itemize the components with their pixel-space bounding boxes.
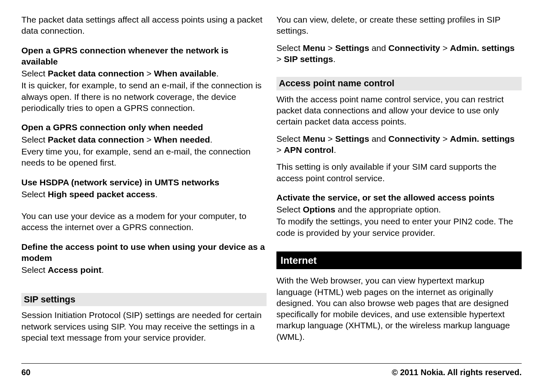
breadcrumb-sep: > xyxy=(144,69,154,78)
internet-body: With the Web browser, you can view hyper… xyxy=(276,275,522,342)
select-item: Packet data connection xyxy=(48,69,144,78)
select-end: . xyxy=(334,145,336,154)
section3-select: Select High speed packet access. xyxy=(21,189,267,200)
and-sep: and xyxy=(369,43,389,53)
apn-heading: Access point name control xyxy=(276,77,522,90)
select-end: . xyxy=(216,69,219,78)
section2-body: Every time you, for example, send an e-m… xyxy=(21,146,267,168)
section2-select: Select Packet data connection > When nee… xyxy=(21,134,267,145)
select-item: Access point xyxy=(48,265,101,274)
select-item: When available xyxy=(154,69,216,78)
and-sep: and xyxy=(369,134,389,143)
sip-select: Select Menu > Settings and Connectivity … xyxy=(276,42,522,65)
breadcrumb-sep: > xyxy=(144,135,154,144)
section1-body: It is quicker, for example, to send an e… xyxy=(21,80,267,113)
select-item: High speed packet access xyxy=(48,189,155,199)
select-item: Options xyxy=(303,205,335,214)
select-prefix: Select xyxy=(21,135,48,144)
select-end: . xyxy=(101,265,104,274)
page-footer: 60 © 2011 Nokia. All rights reserved. xyxy=(21,363,522,377)
right-column: You can view, delete, or create these se… xyxy=(276,14,522,349)
section2-title: Open a GPRS connection only when needed xyxy=(21,122,267,133)
breadcrumb-sep: > xyxy=(440,43,450,53)
select-prefix: Select xyxy=(21,265,48,274)
apn-select: Select Menu > Settings and Connectivity … xyxy=(276,133,522,156)
breadcrumb-sep: > xyxy=(276,54,284,64)
modem-text: You can use your device as a modem for y… xyxy=(21,210,267,233)
breadcrumb-sep: > xyxy=(440,134,450,143)
copyright-text: © 2011 Nokia. All rights reserved. xyxy=(392,368,522,377)
select-prefix: Select xyxy=(276,205,303,214)
select-prefix: Select xyxy=(276,134,303,143)
page-content: The packet data settings affect all acce… xyxy=(0,0,543,349)
apn-body2: This setting is only available if your S… xyxy=(276,161,522,184)
select-item: Settings xyxy=(335,134,369,143)
section1-title: Open a GPRS connection whenever the netw… xyxy=(21,45,267,67)
select-item: Connectivity xyxy=(389,134,440,143)
breadcrumb-sep: > xyxy=(325,43,335,53)
sip-top-text: You can view, delete, or create these se… xyxy=(276,14,522,37)
breadcrumb-sep: > xyxy=(276,145,284,154)
internet-heading: Internet xyxy=(276,251,522,269)
select-prefix: Select xyxy=(276,43,303,53)
select-item: Menu xyxy=(303,43,325,53)
select-item: Settings xyxy=(335,43,369,53)
select-item: Admin. settings xyxy=(450,43,515,53)
section4-title: Define the access point to use when usin… xyxy=(21,241,267,264)
sip-heading: SIP settings xyxy=(21,293,267,307)
select-prefix: Select xyxy=(21,69,48,78)
intro-text: The packet data settings affect all acce… xyxy=(21,14,267,37)
select-end: . xyxy=(155,189,158,199)
select-item: Connectivity xyxy=(389,43,440,53)
select-prefix: Select xyxy=(21,189,48,199)
select-item: Packet data connection xyxy=(48,135,144,144)
apn-section1-title: Activate the service, or set the allowed… xyxy=(276,192,522,203)
select-rest: and the appropriate option. xyxy=(336,205,441,214)
page-number: 60 xyxy=(21,368,30,377)
select-end: . xyxy=(333,54,336,64)
section1-select: Select Packet data connection > When ava… xyxy=(21,68,267,79)
select-end: . xyxy=(210,135,212,144)
select-item: APN control xyxy=(284,145,334,154)
select-item: When needed xyxy=(154,135,210,144)
section3-title: Use HSDPA (network service) in UMTS netw… xyxy=(21,177,267,188)
apn-section1-select: Select Options and the appropriate optio… xyxy=(276,204,522,215)
section4-select: Select Access point. xyxy=(21,264,267,275)
apn-body3: To modify the settings, you need to ente… xyxy=(276,216,522,238)
apn-body1: With the access point name control servi… xyxy=(276,94,522,127)
select-item: Admin. settings xyxy=(450,134,515,143)
left-column: The packet data settings affect all acce… xyxy=(21,14,267,349)
select-item: Menu xyxy=(303,134,325,143)
sip-body: Session Initiation Protocol (SIP) settin… xyxy=(21,309,267,343)
select-item: SIP settings xyxy=(284,54,333,64)
breadcrumb-sep: > xyxy=(325,134,335,143)
